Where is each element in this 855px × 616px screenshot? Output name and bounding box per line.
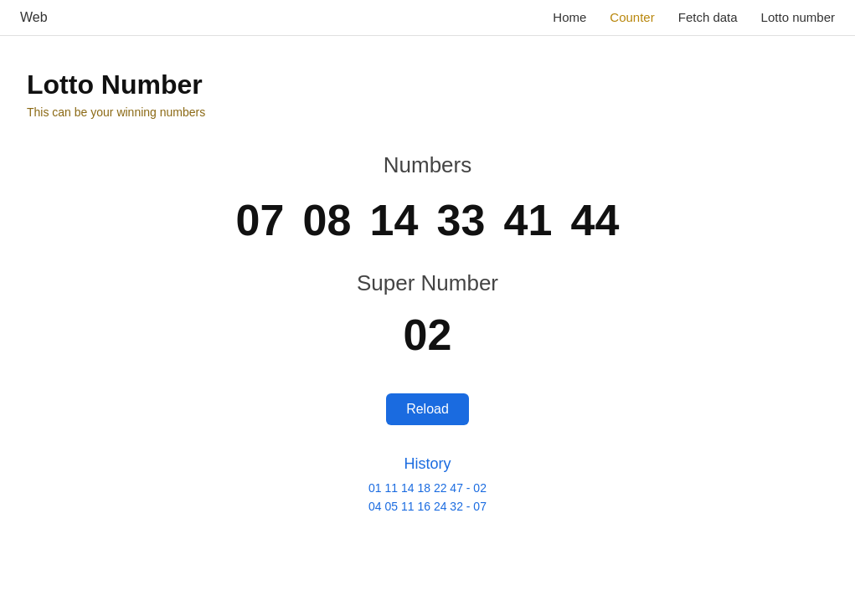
history-row-1: 01 11 14 18 22 47 - 02	[368, 481, 487, 495]
number-4: 33	[436, 195, 487, 245]
nav-item-lotto[interactable]: Lotto number	[761, 10, 835, 25]
number-6: 44	[570, 195, 621, 245]
history-label: History	[404, 455, 451, 473]
center-section: Numbers 07 08 14 33 41 44 Super Number 0…	[27, 152, 828, 518]
super-number-value: 02	[404, 310, 452, 360]
number-1: 07	[235, 195, 286, 245]
nav-item-counter[interactable]: Counter	[610, 10, 654, 25]
numbers-row: 07 08 14 33 41 44	[235, 195, 621, 245]
numbers-label: Numbers	[384, 152, 471, 178]
super-number-label: Super Number	[357, 270, 498, 296]
page-title: Lotto Number	[27, 69, 828, 100]
page-subtitle: This can be your winning numbers	[27, 105, 828, 119]
main-content: Lotto Number This can be your winning nu…	[0, 36, 855, 545]
history-row-2: 04 05 11 16 24 32 - 07	[368, 500, 487, 513]
nav-item-fetch[interactable]: Fetch data	[678, 10, 738, 25]
number-3: 14	[369, 195, 420, 245]
nav-item-home[interactable]: Home	[553, 10, 586, 25]
nav-link-lotto[interactable]: Lotto number	[761, 10, 835, 24]
nav-link-fetch[interactable]: Fetch data	[678, 10, 738, 24]
reload-button[interactable]: Reload	[386, 393, 469, 425]
number-2: 08	[302, 195, 353, 245]
navbar: Web Home Counter Fetch data Lotto number	[0, 0, 855, 36]
number-5: 41	[503, 195, 554, 245]
navbar-brand: Web	[20, 10, 48, 25]
nav-link-counter[interactable]: Counter	[610, 10, 654, 24]
navbar-links: Home Counter Fetch data Lotto number	[553, 10, 835, 25]
nav-link-home[interactable]: Home	[553, 10, 586, 24]
